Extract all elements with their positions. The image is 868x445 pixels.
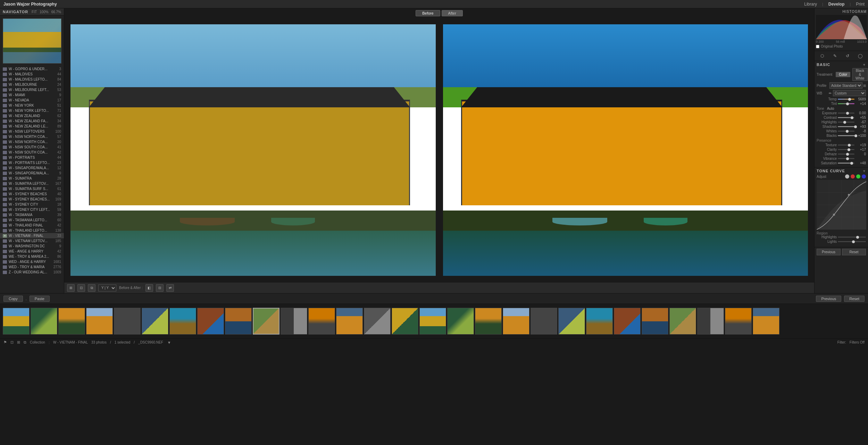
temp-thumb[interactable]	[848, 98, 851, 101]
original-photo-checkbox[interactable]	[816, 45, 819, 48]
folder-item[interactable]: W - TASMANIA LEFTO...60	[0, 217, 64, 223]
original-photo-check[interactable]: Original Photo	[816, 43, 867, 49]
filmstrip-thumb[interactable]	[58, 308, 85, 335]
filmstrip-thumb[interactable]	[3, 308, 30, 335]
filmstrip-thumb[interactable]	[586, 308, 613, 335]
folder-item[interactable]: W - SYDNEY CITY LEFT...59	[0, 207, 64, 212]
temp-slider[interactable]	[838, 99, 854, 100]
filmstrip-thumb[interactable]	[419, 308, 446, 335]
texture-slider[interactable]	[838, 145, 854, 146]
tc-red-icon[interactable]	[851, 174, 855, 179]
filmstrip-thumb[interactable]	[308, 308, 335, 335]
filmstrip-thumb[interactable]	[114, 308, 141, 335]
bw-btn[interactable]: Black & White	[852, 68, 868, 81]
folder-list[interactable]: W - GOPRO & UNDER...3W - MALDIVES44W - M…	[0, 66, 64, 293]
status-thumb-icon[interactable]: ⊡	[10, 340, 14, 345]
ba-swap-btn[interactable]: ⇄	[166, 284, 174, 292]
folder-item[interactable]: W - MIAMI9	[0, 92, 64, 98]
compare-view-btn[interactable]: ⧉	[88, 284, 95, 292]
status-flag-icon[interactable]: ⚑	[3, 340, 7, 345]
filmstrip-thumb[interactable]	[475, 308, 502, 335]
highlights-slider[interactable]	[838, 122, 854, 123]
sort-dropdown[interactable]: Y | Y	[98, 285, 116, 291]
crop-tool[interactable]: ⬡	[819, 52, 826, 59]
filmstrip-thumb[interactable]	[142, 308, 168, 335]
filmstrip-thumb[interactable]	[31, 308, 57, 335]
folder-item[interactable]: W - SUMATRA SURF S...61	[0, 186, 64, 191]
filmstrip-thumb[interactable]	[697, 308, 724, 335]
contrast-slider[interactable]	[838, 117, 854, 118]
tc-highlights-slider[interactable]	[838, 237, 866, 238]
previous-button[interactable]: Previous	[817, 249, 841, 255]
exposure-thumb[interactable]	[846, 112, 849, 115]
folder-item[interactable]: W - SINGAPORE/MALA...9	[0, 171, 64, 176]
folder-item[interactable]: W - MALDIVES44	[0, 72, 64, 77]
folder-item[interactable]: W - NEW YORK51	[0, 103, 64, 108]
tint-thumb[interactable]	[846, 102, 849, 105]
filmstrip-thumb[interactable]	[336, 308, 363, 335]
folder-item[interactable]: Z - OUR WEDDING AL...1009	[0, 270, 64, 275]
folder-item[interactable]: W - THAILAND LEFTO...138	[0, 228, 64, 233]
clarity-slider[interactable]	[838, 149, 854, 150]
blacks-slider[interactable]	[838, 135, 854, 136]
filmstrip-thumb[interactable]	[364, 308, 391, 335]
filmstrip-thumb[interactable]	[392, 308, 418, 335]
filmstrip-thumb[interactable]	[531, 308, 557, 335]
folder-item[interactable]: W - VIETNAM LEFTOV...185	[0, 238, 64, 244]
blacks-thumb[interactable]	[854, 134, 857, 137]
nav-zoom2[interactable]: 66.7%	[51, 10, 61, 14]
filmstrip-thumb[interactable]	[447, 308, 474, 335]
after-button[interactable]: After	[442, 10, 463, 16]
nav-fit[interactable]: FIT	[32, 10, 37, 14]
folder-item[interactable]: W - MELBOURNE24	[0, 82, 64, 87]
folder-item[interactable]: W - GOPRO & UNDER...3	[0, 66, 64, 72]
nav-develop[interactable]: Develop	[828, 2, 845, 7]
filmstrip-thumb[interactable]	[281, 308, 307, 335]
folder-item[interactable]: W - SINGAPORE/MALA...12	[0, 165, 64, 171]
folder-item[interactable]: W - SYDNEY CITY18	[0, 202, 64, 207]
redeye-tool[interactable]: ↺	[844, 52, 851, 59]
dehaze-slider[interactable]	[838, 154, 854, 155]
folder-item[interactable]: W - WASHINGTON DC9	[0, 244, 64, 249]
nav-library[interactable]: Library	[804, 2, 817, 7]
folder-item[interactable]: W - NSW NORTH COA...20	[0, 139, 64, 145]
filmstrip-thumb[interactable]	[642, 308, 668, 335]
tone-curve-canvas[interactable]	[817, 180, 866, 230]
tone-curve-expand[interactable]: ▼	[862, 169, 866, 173]
filmstrip-thumb[interactable]	[558, 308, 585, 335]
filmstrip-thumb[interactable]	[197, 308, 224, 335]
color-btn[interactable]: Color	[836, 72, 850, 77]
tc-rgb-icon[interactable]	[845, 174, 849, 179]
folder-item[interactable]: W - PORTRAITS LEFTO...23	[0, 160, 64, 165]
folder-item[interactable]: W - SYDNEY BEACHES40	[0, 191, 64, 197]
shadows-thumb[interactable]	[854, 125, 857, 128]
folder-item[interactable]: W - NSW NORTH COA...57	[0, 134, 64, 139]
folder-item[interactable]: WED - ANGE & HARRY1681	[0, 259, 64, 264]
copy-button[interactable]: Copy	[3, 296, 23, 302]
folder-item[interactable]: WED - TROY & MARIA2776	[0, 264, 64, 270]
loupe-view-btn[interactable]: ⊡	[77, 284, 85, 292]
ba-split-btn[interactable]: ⊟	[156, 284, 164, 292]
saturation-slider[interactable]	[838, 163, 854, 164]
dehaze-thumb[interactable]	[846, 153, 849, 156]
vibrance-thumb[interactable]	[846, 157, 849, 160]
exposure-slider[interactable]	[838, 113, 854, 114]
wb-eyedropper-icon[interactable]: ✏	[829, 91, 832, 95]
folder-item[interactable]: W - SUMATRA LEFTOV...167	[0, 181, 64, 186]
filmstrip-thumb[interactable]	[86, 308, 113, 335]
filmstrip-thumb[interactable]	[669, 308, 696, 335]
filmstrip-thumb[interactable]	[753, 308, 779, 335]
folder-item[interactable]: ▼W - VIETNAM - FINAL33	[0, 233, 64, 238]
ba-toggle-btn[interactable]: ◧	[145, 284, 153, 292]
before-button[interactable]: Before	[416, 10, 440, 16]
status-compare-icon[interactable]: ⧉	[24, 340, 26, 345]
highlights-thumb[interactable]	[843, 121, 846, 124]
folder-item[interactable]: W - SYDNEY BEACHES...169	[0, 197, 64, 202]
basic-expand[interactable]: ▼	[862, 63, 866, 67]
contrast-thumb[interactable]	[851, 116, 853, 119]
saturation-thumb[interactable]	[850, 162, 853, 165]
folder-item[interactable]: W - NEW ZEALAND FA...34	[0, 118, 64, 124]
tc-lights-thumb[interactable]	[852, 240, 855, 243]
filmstrip-thumb[interactable]	[503, 308, 529, 335]
folder-item[interactable]: W - NSW SOUTH COA...41	[0, 145, 64, 150]
